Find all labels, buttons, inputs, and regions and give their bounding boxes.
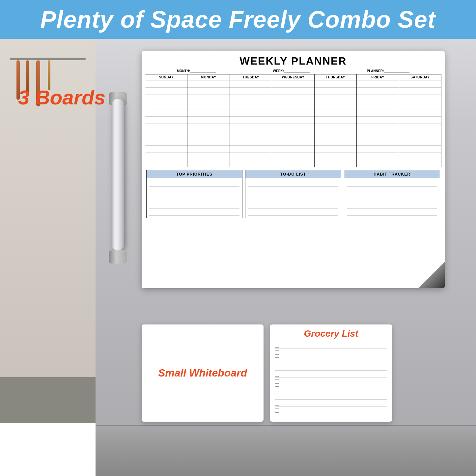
line — [187, 146, 229, 153]
line — [399, 102, 441, 109]
line — [230, 95, 272, 102]
todo-list-header: TO-DO LIST — [245, 170, 341, 178]
grocery-list-title: Grocery List — [275, 328, 387, 339]
todo-list-section: TO-DO LIST — [245, 170, 341, 218]
line — [272, 153, 314, 160]
line — [187, 124, 229, 131]
grocery-list-row — [275, 363, 387, 371]
small-whiteboard: Small Whiteboard — [142, 324, 264, 422]
line — [230, 102, 272, 109]
line — [315, 95, 356, 102]
checkbox[interactable] — [275, 394, 279, 398]
line — [315, 80, 356, 88]
line — [145, 117, 187, 124]
section-line — [149, 180, 239, 187]
handle-bottom — [109, 250, 127, 264]
line — [272, 160, 314, 167]
checkbox[interactable] — [275, 343, 279, 348]
grocery-list-row — [275, 378, 387, 385]
grocery-line — [282, 352, 387, 352]
day-monday: MONDAY — [187, 74, 230, 80]
line — [315, 88, 356, 95]
line — [399, 153, 441, 160]
saturday-col — [399, 80, 441, 167]
grocery-line — [282, 410, 387, 410]
weekly-planner-title: WEEKLY PLANNER — [145, 55, 441, 67]
grocery-list-row — [275, 349, 387, 356]
line — [230, 160, 272, 167]
line — [357, 146, 399, 153]
line — [315, 146, 356, 153]
line — [315, 109, 356, 117]
grocery-list-rows — [275, 342, 387, 414]
checkbox[interactable] — [275, 379, 279, 384]
line — [315, 102, 356, 109]
section-line — [248, 187, 338, 194]
line — [187, 102, 229, 109]
header-banner: Plenty of Space Freely Combo Set — [0, 0, 476, 39]
line — [272, 117, 314, 124]
line — [272, 138, 314, 146]
line — [230, 109, 272, 117]
line — [272, 88, 314, 95]
line — [315, 160, 356, 167]
grocery-line — [282, 403, 387, 403]
section-line — [149, 209, 239, 216]
line — [272, 102, 314, 109]
weekly-planner-meta: MONTH:______________ WEEK:______________… — [145, 69, 441, 73]
line — [230, 88, 272, 95]
line — [145, 138, 187, 146]
days-header: SUNDAY MONDAY TUESDAY WEDNESDAY THURSDAY… — [145, 74, 441, 80]
checkbox[interactable] — [275, 357, 279, 362]
checkbox[interactable] — [275, 401, 279, 406]
handle-bar — [112, 99, 124, 250]
grocery-line — [282, 345, 387, 345]
habit-tracker-header: HABIT TRACKER — [344, 170, 440, 178]
checkbox[interactable] — [275, 386, 279, 391]
line — [357, 88, 399, 95]
line — [272, 109, 314, 117]
thursday-col — [315, 80, 357, 167]
line — [315, 153, 356, 160]
line — [145, 102, 187, 109]
line — [357, 124, 399, 131]
line — [272, 146, 314, 153]
grocery-list-row — [275, 385, 387, 392]
line — [399, 95, 441, 102]
day-wednesday: WEDNESDAY — [272, 74, 314, 80]
days-grid — [145, 80, 441, 167]
line — [272, 131, 314, 138]
line — [145, 131, 187, 138]
monday-col — [187, 80, 230, 167]
line — [187, 117, 229, 124]
line — [230, 80, 272, 88]
checkbox[interactable] — [275, 365, 279, 369]
line — [187, 160, 229, 167]
wednesday-col — [272, 80, 314, 167]
line — [399, 80, 441, 88]
section-line — [248, 195, 338, 201]
small-whiteboard-label: Small Whiteboard — [158, 366, 247, 380]
line — [230, 153, 272, 160]
line — [357, 95, 399, 102]
line — [315, 138, 356, 146]
grocery-list-row — [275, 356, 387, 363]
grocery-list-row — [275, 371, 387, 378]
boards-label: 3 Boards — [18, 86, 105, 109]
line — [187, 153, 229, 160]
line — [357, 117, 399, 124]
checkbox[interactable] — [275, 372, 279, 377]
fridge-handle — [109, 99, 127, 257]
line — [272, 95, 314, 102]
grocery-line — [282, 388, 387, 389]
sunday-col — [145, 80, 187, 167]
line — [145, 80, 187, 88]
line — [357, 131, 399, 138]
todo-list-lines — [245, 178, 341, 218]
checkbox[interactable] — [275, 350, 279, 355]
grocery-line — [282, 396, 387, 396]
fridge-bottom — [96, 425, 476, 476]
checkbox[interactable] — [275, 408, 279, 413]
line — [145, 146, 187, 153]
line — [315, 131, 356, 138]
